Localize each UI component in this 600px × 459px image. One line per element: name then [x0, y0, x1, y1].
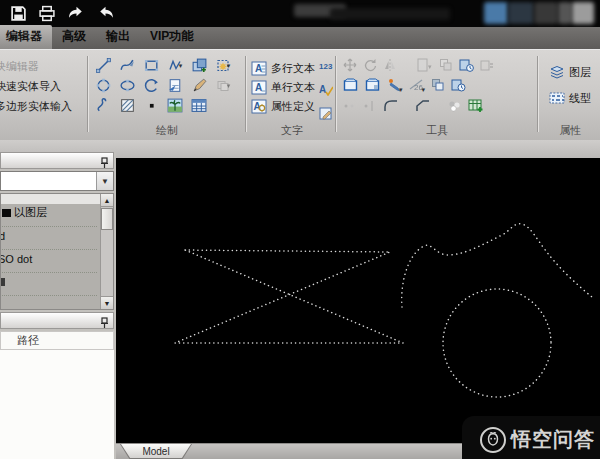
model-tab[interactable]: Model — [121, 444, 191, 458]
measure-icon[interactable]: 26▾ — [409, 78, 426, 96]
path-panel-header[interactable] — [0, 312, 114, 329]
redo-icon[interactable] — [94, 4, 116, 24]
path-list-area[interactable] — [0, 350, 114, 459]
points-icon — [343, 98, 357, 116]
group-label-tools: 工具 — [339, 123, 535, 138]
chamfer-icon[interactable] — [415, 98, 431, 116]
quick-entity-import-button[interactable]: 快速实体导入 — [0, 76, 86, 96]
equal-icon — [480, 58, 493, 76]
pen-icon[interactable]: ▾ — [387, 78, 403, 96]
linetype-preview — [2, 219, 97, 227]
ribbon-separator — [245, 56, 247, 132]
dropdown-arrow-icon[interactable]: ▾ — [179, 62, 183, 70]
wave-dotted-spline — [402, 224, 592, 307]
linetype-list[interactable]: 以图层 d SO dot ▲ ▼ — [0, 193, 114, 310]
linetype-name-clipped: SO dot — [1, 253, 32, 265]
s-curve-icon[interactable] — [93, 97, 113, 114]
block-ref-icon[interactable] — [165, 77, 185, 94]
swap-icon[interactable] — [431, 78, 445, 96]
polygon-entity-input-button[interactable]: 多边形实体输入 — [0, 96, 86, 116]
point-icon[interactable] — [141, 97, 161, 114]
endpoint-icon — [363, 98, 377, 116]
hatch-icon[interactable] — [117, 97, 137, 114]
image-icon[interactable] — [165, 97, 185, 114]
copy-icon — [439, 58, 453, 76]
layers-button[interactable]: 图层 — [541, 62, 600, 82]
save-block-icon[interactable] — [459, 58, 474, 76]
svg-text:A: A — [255, 63, 262, 74]
region-icon[interactable]: ▾ — [213, 57, 233, 74]
scroll-down-icon[interactable]: ▼ — [101, 296, 113, 309]
ribbon-separator — [537, 56, 539, 132]
censored-region — [330, 8, 450, 20]
insert-block-icon[interactable] — [189, 57, 209, 74]
purge-icon[interactable] — [447, 98, 462, 116]
chevron-down-icon[interactable]: ▼ — [96, 172, 113, 190]
numbering-icon[interactable]: 123 — [319, 58, 333, 76]
dropdown-arrow-icon: ▾ — [227, 82, 231, 90]
layers-icon — [549, 65, 565, 79]
ribbon-group-draw: ▾ ▾ ▾ 绘制 — [91, 50, 243, 141]
ellipse-icon[interactable] — [117, 77, 137, 94]
censored-region — [484, 2, 508, 24]
linetype-preview — [2, 242, 97, 250]
tab-vip[interactable]: VIP功能 — [140, 25, 203, 49]
ribbon-group-tools: ▾ ▾ 26▾ 工具 — [339, 50, 535, 141]
tab-advanced[interactable]: 高级 — [52, 25, 96, 49]
spline-icon[interactable] — [117, 57, 137, 74]
list-item[interactable] — [1, 273, 100, 296]
line-icon[interactable] — [93, 57, 113, 74]
list-item[interactable]: SO dot — [1, 250, 100, 273]
rotate-icon — [363, 58, 377, 76]
dropdown-arrow-icon[interactable]: ▾ — [227, 62, 231, 70]
tab-editor[interactable]: 编辑器 — [0, 25, 52, 49]
rectangle-icon[interactable] — [141, 57, 161, 74]
dropdown-arrow-icon[interactable]: ▾ — [399, 86, 403, 93]
list-item-selected[interactable] — [1, 194, 100, 204]
tab-output[interactable]: 输出 — [96, 25, 140, 49]
pencil-icon[interactable] — [189, 77, 209, 94]
group-disabled-icon: ▾ — [213, 77, 233, 94]
dtext-label: 单行文本 — [271, 80, 315, 95]
arc-icon[interactable] — [141, 77, 161, 94]
undo-icon[interactable] — [65, 4, 87, 24]
path-column-header[interactable]: 路径 — [0, 331, 114, 350]
mirror-icon — [383, 58, 397, 76]
quick-access-toolbar — [0, 0, 116, 27]
table-add-icon[interactable] — [468, 98, 484, 116]
paste-special-icon[interactable] — [365, 78, 381, 96]
ribbon-group-props: 图层 线型 属性 — [541, 50, 600, 141]
ribbon-separator — [87, 56, 89, 132]
ribbon-group-quick: 块编辑器 快速实体导入 多边形实体输入 — [0, 50, 86, 141]
ribbon: 块编辑器 快速实体导入 多边形实体输入 ▾ ▾ ▾ 绘制 — [0, 49, 600, 140]
paste-icon[interactable] — [343, 78, 359, 96]
table-icon[interactable] — [189, 97, 209, 114]
linetype-combobox[interactable]: ▼ — [0, 171, 114, 191]
attribute-icon: A — [251, 99, 267, 114]
svg-text:A: A — [255, 82, 262, 93]
linetype-panel-header[interactable] — [0, 152, 114, 169]
linetype-button[interactable]: 线型 — [541, 88, 600, 108]
watermark-text: 悟空问答 — [511, 426, 595, 453]
scroll-up-icon[interactable]: ▲ — [101, 194, 113, 207]
scrollbar-thumb[interactable] — [101, 208, 113, 230]
ribbon-separator — [335, 56, 337, 132]
print-icon[interactable] — [36, 4, 58, 24]
attribute-label: 属性定义 — [271, 99, 315, 114]
spellcheck-icon[interactable]: A — [319, 82, 333, 100]
list-item[interactable]: d — [1, 227, 100, 250]
drawing-canvas[interactable] — [116, 158, 600, 443]
array-icon: ▾ — [417, 58, 433, 76]
fillet-icon[interactable] — [383, 98, 399, 116]
scrollbar[interactable]: ▲ ▼ — [100, 194, 113, 309]
edit-text-icon[interactable] — [319, 106, 333, 124]
censored-region — [572, 2, 594, 24]
circle-icon[interactable] — [93, 77, 113, 94]
ribbon-tabbar: 编辑器 高级 输出 VIP功能 — [0, 27, 600, 49]
svg-text:26: 26 — [414, 83, 423, 92]
polyline-icon[interactable]: ▾ — [165, 57, 185, 74]
list-item[interactable]: 以图层 — [1, 204, 100, 227]
save-icon[interactable] — [7, 4, 29, 24]
history-icon[interactable] — [451, 78, 466, 96]
canvas-shapes — [116, 158, 600, 443]
